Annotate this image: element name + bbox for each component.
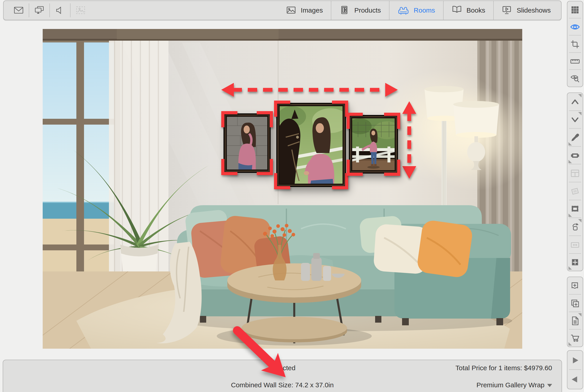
tab-images[interactable]: Images [278,1,331,20]
toolbar-divider [70,3,71,17]
chevron-down-icon [547,384,552,387]
tab-books[interactable]: Books [443,1,493,20]
selection-corner [221,159,237,175]
tab-label: Images [301,6,323,14]
slideshows-icon [502,5,512,16]
tab-label: Books [466,6,485,14]
ruler-button[interactable] [567,53,583,70]
layout-template-button[interactable] [567,164,583,182]
menu-corner-indicator [568,266,572,270]
tab-label: Slideshows [517,6,551,14]
show-in-room-eye-button[interactable] [567,18,583,36]
speaker-icon[interactable] [54,3,67,18]
tilt-image-button[interactable] [567,182,583,200]
preview-loupe-button[interactable] [567,70,583,87]
selection-corner [347,113,363,129]
books-icon [452,5,462,16]
frame-style-button[interactable] [567,200,583,218]
tab-products[interactable]: Products [331,1,389,20]
window [43,41,120,276]
order-report-button[interactable] [567,312,583,330]
menu-corner-indicator [568,142,572,146]
menu-corner-indicator [578,94,581,98]
shopping-cart-button[interactable] [567,330,583,347]
selection-corner [347,160,363,176]
add-copy-button[interactable] [567,294,583,312]
right-portrait-frame[interactable] [349,115,398,174]
selection-corner [384,160,400,176]
menu-corner-indicator [568,160,572,163]
center-portrait-photo [280,106,343,184]
thumbnail-grid-button[interactable] [567,1,583,18]
selection-corner [274,173,290,189]
selection-corner [332,173,348,189]
toolbar-divider [29,3,29,17]
tab-slideshows[interactable]: Slideshows [493,1,559,20]
rooms-couch-icon [398,6,409,15]
menu-corner-indicator [578,219,581,222]
left-portrait-frame[interactable] [224,114,271,173]
selection-corner [274,100,290,117]
dual-display-icon[interactable] [33,3,46,18]
sidebar-group-order [567,276,583,347]
sidebar-group-edit [567,92,583,271]
proselect-window: Images Products Room [0,0,584,392]
sidebar-group-playback [567,350,583,389]
selection-corner [257,111,273,127]
menu-corner-indicator [578,112,581,116]
images-icon [286,5,296,16]
room-preview[interactable] [43,29,522,349]
play-button[interactable] [567,351,583,370]
crop-button[interactable] [567,36,583,52]
gallery-wrap-button[interactable] [567,146,583,164]
status-bar: Selected Combined Wall Size: 74.2 x 37.0… [3,360,562,392]
email-icon[interactable] [12,3,25,18]
products-icon [339,5,350,16]
product-option-label: Premium Gallery Wrap [476,381,544,389]
tab-rooms[interactable]: Rooms [389,1,443,20]
add-frame-button[interactable] [567,277,583,294]
chevron-up-button[interactable] [567,93,583,111]
tab-label: Rooms [414,6,435,14]
view-tab-strip: Images Products Room [278,1,559,20]
eyedropper-button[interactable] [567,129,583,146]
top-toolbar: Images Products Room [3,0,561,20]
center-portrait-frame[interactable] [276,103,346,187]
rotate-button[interactable] [567,218,583,236]
menu-corner-indicator [568,342,572,346]
image-marquee-icon[interactable] [74,3,87,18]
selection-corner [221,111,237,127]
chevron-down-button[interactable] [567,111,583,129]
toolbar-left-group [4,1,91,20]
back-button[interactable] [567,370,583,389]
menu-corner-indicator [568,214,572,217]
selection-corner [384,113,400,129]
sidebar-group-view [567,1,583,87]
product-option-dropdown[interactable]: Premium Gallery Wrap [476,381,552,389]
selection-corner [332,100,348,117]
flip-horizontal-button[interactable] [567,236,583,254]
toolbar-divider [50,3,50,17]
menu-corner-indicator [578,313,581,316]
selection-corner [257,159,273,175]
wall-grouping-button[interactable] [567,254,583,271]
tab-label: Products [354,6,381,14]
total-price-label: Total Price for 1 items: $4979.60 [455,364,552,372]
